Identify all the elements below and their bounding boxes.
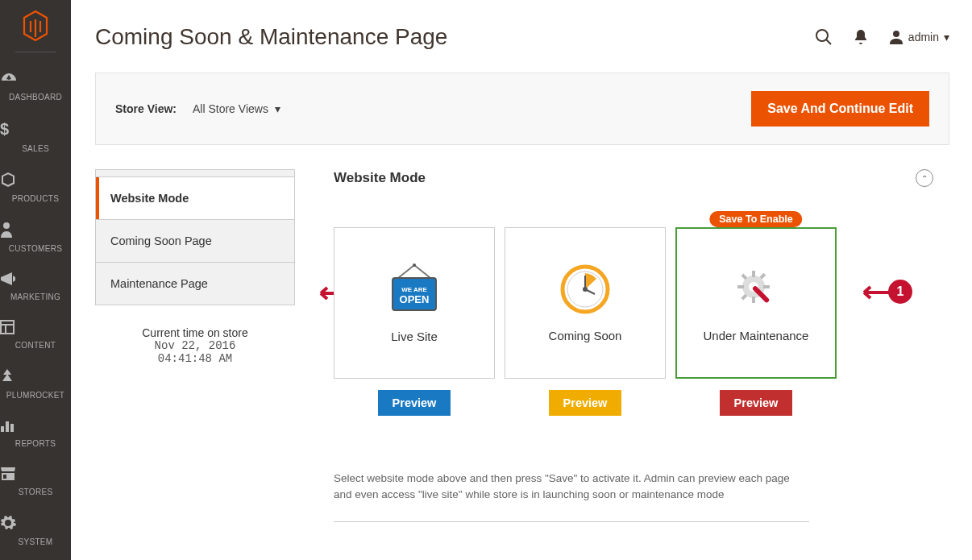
nav-customers[interactable]: CUSTOMERS <box>0 214 71 263</box>
annotation-badge-1: 1 <box>888 280 912 304</box>
card-label: Live Site <box>391 330 438 343</box>
tab-label: Coming Soon Page <box>110 234 212 247</box>
layout-icon <box>0 320 71 334</box>
nav-label: PLUMROCKET <box>6 391 64 400</box>
divider <box>15 52 56 52</box>
preview-comingsoon-button[interactable]: Preview <box>549 390 622 416</box>
svg-text:OPEN: OPEN <box>400 293 430 305</box>
search-icon[interactable] <box>815 28 833 46</box>
page-title: Coming Soon & Maintenance Page <box>95 24 447 50</box>
nav-stores[interactable]: STORES <box>0 458 71 507</box>
magento-logo-icon <box>22 10 49 42</box>
bars-icon <box>0 418 71 433</box>
nav-system[interactable]: SYSTEM <box>0 507 71 557</box>
store-view-label: Store View: <box>115 102 177 115</box>
nav-label: DASHBOARD <box>9 93 62 102</box>
gear-icon <box>0 515 71 531</box>
bell-icon[interactable] <box>854 29 868 45</box>
nav-label: REPORTS <box>15 439 56 448</box>
store-time-date: Nov 22, 2016 <box>95 339 295 352</box>
tab-website-mode[interactable]: Website Mode <box>96 176 294 219</box>
tab-coming-soon-page[interactable]: Coming Soon Page <box>96 219 294 262</box>
gear-tool-icon <box>731 264 781 314</box>
nav-plumrocket[interactable]: PLUMROCKET <box>0 360 71 410</box>
toolbar: Store View: All Store Views ▾ Save And C… <box>95 73 949 145</box>
mode-card-coming-soon[interactable]: Coming Soon <box>505 227 666 379</box>
nav-sales[interactable]: $ SALES <box>0 112 71 164</box>
gauge-icon <box>0 72 71 86</box>
annotation-arrow-1 <box>858 285 891 300</box>
preview-live-button[interactable]: Preview <box>378 390 451 416</box>
person-icon <box>0 222 71 238</box>
store-time-time: 04:41:48 AM <box>95 352 295 365</box>
nav-dashboard[interactable]: DASHBOARD <box>0 64 71 112</box>
nav-label: MARKETING <box>10 292 60 301</box>
store-view-value: All Store Views <box>193 102 268 115</box>
config-tabs: Website Mode Coming Soon Page Maintenanc… <box>95 169 295 305</box>
card-label: Under Maintenance <box>704 329 809 342</box>
tab-label: Website Mode <box>110 192 189 205</box>
admin-label: admin <box>908 31 939 44</box>
store-time: Current time on store Nov 22, 2016 04:41… <box>95 326 295 365</box>
help-text: Select website mode above and then press… <box>334 471 809 522</box>
nav-label: STORES <box>19 487 53 496</box>
save-continue-button[interactable]: Save And Continue Edit <box>751 91 929 127</box>
tab-maintenance-page[interactable]: Maintenance Page <box>96 262 294 305</box>
nav-reports[interactable]: REPORTS <box>0 410 71 458</box>
nav-label: CONTENT <box>15 341 56 350</box>
mode-card-under-maintenance[interactable]: Under Maintenance <box>675 227 837 379</box>
svg-text:$: $ <box>0 120 9 138</box>
storefront-icon <box>0 467 71 481</box>
svg-rect-27 <box>737 285 744 288</box>
preview-maintenance-button[interactable]: Preview <box>720 390 793 416</box>
megaphone-icon <box>0 272 71 286</box>
card-label: Coming Soon <box>549 329 622 342</box>
dollar-icon: $ <box>0 120 71 138</box>
svg-rect-26 <box>752 297 755 303</box>
svg-line-9 <box>826 39 831 44</box>
nav-label: SYSTEM <box>19 537 53 546</box>
svg-line-12 <box>414 265 430 278</box>
chevron-down-icon: ▾ <box>944 31 949 44</box>
tab-label: Maintenance Page <box>110 277 208 290</box>
store-view-select[interactable]: All Store Views ▾ <box>193 102 280 115</box>
nav-label: CUSTOMERS <box>9 244 62 253</box>
svg-rect-25 <box>752 271 755 277</box>
nav-label: PRODUCTS <box>12 194 60 203</box>
open-sign-icon: WE ARE OPEN <box>386 263 442 315</box>
svg-text:WE ARE: WE ARE <box>401 286 427 293</box>
admin-sidebar: DASHBOARD $ SALES PRODUCTS CUSTOMERS MAR… <box>0 0 71 560</box>
svg-rect-6 <box>6 421 9 432</box>
svg-rect-7 <box>10 424 14 432</box>
mode-card-live-site[interactable]: WE ARE OPEN Live Site <box>334 227 495 379</box>
svg-point-10 <box>893 31 899 37</box>
clock-icon <box>560 264 610 314</box>
admin-account[interactable]: admin ▾ <box>889 30 949 44</box>
svg-rect-5 <box>1 426 4 432</box>
svg-point-13 <box>413 263 416 267</box>
nav-products[interactable]: PRODUCTS <box>0 164 71 214</box>
svg-point-8 <box>816 30 828 41</box>
svg-rect-2 <box>1 321 14 334</box>
nav-marketing[interactable]: MARKETING <box>0 263 71 312</box>
store-time-heading: Current time on store <box>95 326 295 339</box>
chevron-up-icon: ⌃ <box>921 174 928 183</box>
tree-icon <box>0 368 71 384</box>
chevron-down-icon: ▾ <box>275 102 280 115</box>
user-icon <box>889 30 903 44</box>
svg-point-1 <box>3 222 10 229</box>
svg-rect-28 <box>763 285 770 288</box>
svg-line-11 <box>398 265 414 278</box>
section-title: Website Mode <box>334 170 426 186</box>
collapse-toggle[interactable]: ⌃ <box>916 169 933 187</box>
save-to-enable-badge: Save To Enable <box>709 211 802 227</box>
nav-content[interactable]: CONTENT <box>0 312 71 360</box>
nav-label: SALES <box>22 144 49 153</box>
box-icon <box>0 172 71 188</box>
